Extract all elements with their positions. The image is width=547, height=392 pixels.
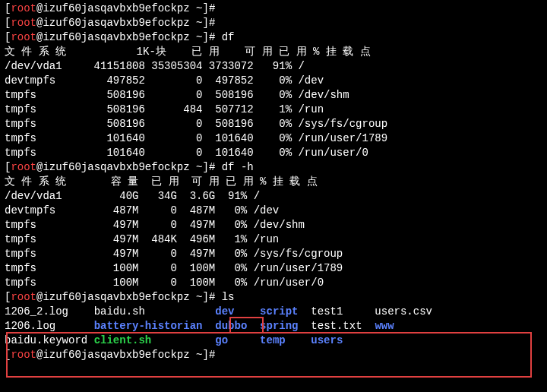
command-ls: ls	[222, 291, 235, 303]
command-df: df	[222, 31, 235, 43]
prompt-line: [root@izuf60jasqavbxb9efockpz ~]#	[5, 16, 542, 30]
ls-item: test.txt	[311, 320, 362, 332]
ls-item: baidu.keyword	[5, 334, 87, 346]
ls-row: baidu.keyword client.sh go temp users	[5, 334, 542, 348]
df-row: tmpfs 508196 0 508196 0% /dev/shm	[5, 88, 542, 103]
dfh-row: tmpfs 100M 0 100M 0% /run/user/0	[5, 276, 542, 290]
df-row: tmpfs 101640 0 101640 0% /run/user/0	[5, 146, 542, 160]
ls-item: www	[375, 320, 394, 332]
ls-item: baidu.sh	[94, 305, 145, 318]
df-row: tmpfs 101640 0 101640 0% /run/user/1789	[5, 131, 542, 146]
ls-item: script	[260, 305, 298, 318]
dfh-row: tmpfs 497M 0 497M 0% /dev/shm	[5, 218, 542, 232]
ls-item: spring	[260, 320, 298, 332]
ls-item: dubbo	[215, 320, 247, 332]
ls-item: go	[215, 334, 228, 346]
ls-row: 1206.log battery-historian dubbo spring …	[5, 319, 542, 334]
dfh-row: devtmpfs 487M 0 487M 0% /dev	[5, 204, 542, 218]
ls-item: users.csv	[375, 305, 432, 318]
ls-item: test1	[311, 305, 343, 318]
prompt-line: [root@izuf60jasqavbxb9efockpz ~]# df	[5, 30, 542, 45]
ls-row: 1206_2.log baidu.sh dev script test1 use…	[5, 305, 542, 319]
command-dfh: df -h	[222, 161, 254, 173]
df-row: devtmpfs 497852 0 497852 0% /dev	[5, 74, 542, 88]
df-row: tmpfs 508196 0 508196 0% /sys/fs/cgroup	[5, 117, 542, 131]
ls-item: users	[311, 334, 343, 346]
dfh-header: 文 件 系 统 容 量 已 用 可 用 已 用 % 挂 载 点	[5, 175, 542, 189]
prompt-line: [root@izuf60jasqavbxb9efockpz ~]# df -h	[5, 160, 542, 175]
df-row: /dev/vda1 41151808 35305304 3733072 91% …	[5, 59, 542, 74]
prompt-line: [root@izuf60jasqavbxb9efockpz ~]# ls	[5, 290, 542, 305]
dfh-row: tmpfs 497M 0 497M 0% /sys/fs/cgroup	[5, 247, 542, 261]
ls-item: 1206.log	[5, 320, 55, 332]
terminal-output[interactable]: [root@izuf60jasqavbxb9efockpz ~]# [root@…	[5, 2, 542, 362]
dfh-row: tmpfs 497M 484K 496M 1% /run	[5, 232, 542, 247]
prompt-line: [root@izuf60jasqavbxb9efockpz ~]#	[5, 348, 542, 362]
ls-item: 1206_2.log	[5, 305, 68, 318]
dfh-row: tmpfs 100M 0 100M 0% /run/user/1789	[5, 261, 542, 276]
ls-item: client.sh	[94, 334, 152, 346]
df-row: tmpfs 508196 484 507712 1% /run	[5, 103, 542, 117]
ls-item: dev	[215, 305, 234, 318]
ls-item: battery-historian	[94, 320, 203, 332]
ls-item: temp	[260, 334, 286, 346]
df-header: 文 件 系 统 1K-块 已 用 可 用 已 用 % 挂 载 点	[5, 45, 542, 59]
prompt-line: [root@izuf60jasqavbxb9efockpz ~]#	[5, 2, 542, 16]
dfh-row: /dev/vda1 40G 34G 3.6G 91% /	[5, 189, 542, 204]
